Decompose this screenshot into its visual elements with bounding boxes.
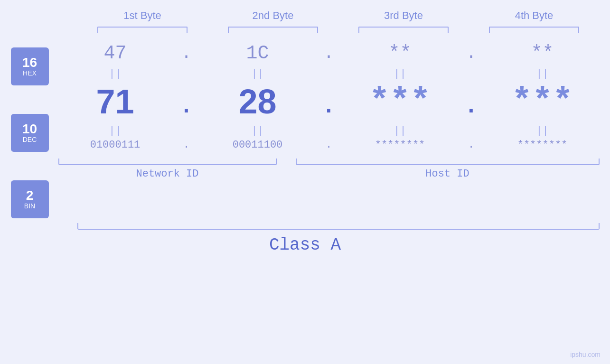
content-area: 16 HEX 10 DEC 2 BIN 47 . 1C — [11, 43, 600, 218]
hex-byte4: ** — [490, 43, 595, 64]
bottom-brackets-row — [58, 159, 600, 165]
hex-dot3: . — [462, 44, 481, 63]
bin-byte2: 00011100 — [206, 139, 310, 151]
host-id-label: Host ID — [296, 168, 600, 180]
bin-row: 01000111 . 00011100 . ******** . *******… — [58, 139, 600, 151]
byte3-header: 3rd Byte — [351, 9, 456, 22]
network-bracket — [58, 159, 277, 165]
equals-row-2: || || || || — [58, 125, 600, 137]
dec-dot3: . — [462, 93, 481, 119]
dec-byte4: *** — [490, 82, 595, 121]
eq2-b2: || — [206, 125, 310, 137]
dec-dot2: . — [319, 93, 338, 119]
hex-badge-label: HEX — [23, 69, 37, 77]
class-label: Class A — [269, 235, 341, 255]
hex-byte2: 1C — [206, 43, 310, 64]
host-bracket — [296, 159, 600, 165]
bin-badge-num: 2 — [26, 189, 34, 202]
bracket-byte1 — [97, 27, 188, 33]
bin-badge: 2 BIN — [11, 180, 49, 218]
eq2-b3: || — [348, 125, 452, 137]
bracket-byte4 — [489, 27, 579, 33]
eq1-b1: || — [63, 68, 168, 80]
id-labels-row: Network ID Host ID — [58, 168, 600, 180]
values-area: 47 . 1C . ** . ** || || — [58, 43, 600, 180]
dec-row: 71 . 28 . *** . *** — [58, 82, 600, 121]
hex-badge-num: 16 — [22, 56, 37, 69]
dec-byte2: 28 — [206, 82, 310, 121]
main-container: 1st Byte 2nd Byte 3rd Byte 4th Byte 16 H… — [0, 0, 610, 364]
network-id-label: Network ID — [58, 168, 277, 180]
byte-headers: 1st Byte 2nd Byte 3rd Byte 4th Byte — [77, 9, 600, 22]
dec-badge-label: DEC — [23, 136, 37, 143]
eq1-b4: || — [490, 68, 595, 80]
top-brackets — [77, 27, 600, 33]
byte2-header: 2nd Byte — [221, 9, 325, 22]
eq2-b4: || — [490, 125, 595, 137]
hex-dot2: . — [319, 44, 338, 63]
dec-badge-num: 10 — [22, 122, 37, 136]
bin-byte4: ******** — [490, 139, 595, 151]
dec-badge: 10 DEC — [11, 114, 49, 152]
byte1-header: 1st Byte — [90, 9, 195, 22]
hex-badge: 16 HEX — [11, 47, 49, 85]
byte4-header: 4th Byte — [482, 9, 586, 22]
bin-dot2: . — [319, 139, 338, 151]
bin-byte3: ******** — [348, 139, 452, 151]
full-bracket — [77, 223, 600, 230]
dec-dot1: . — [177, 93, 196, 119]
bin-dot1: . — [177, 139, 196, 151]
eq1-b2: || — [206, 68, 310, 80]
hex-dot1: . — [177, 44, 196, 63]
dec-byte3: *** — [348, 82, 452, 121]
hex-byte3: ** — [348, 43, 452, 64]
watermark: ipshu.com — [570, 351, 601, 358]
bin-badge-label: BIN — [24, 202, 35, 210]
dec-byte1: 71 — [63, 82, 168, 121]
equals-row-1: || || || || — [58, 68, 600, 80]
hex-byte1: 47 — [63, 43, 168, 64]
hex-row: 47 . 1C . ** . ** — [58, 43, 600, 64]
bracket-byte2 — [228, 27, 318, 33]
bracket-byte3 — [358, 27, 449, 33]
badges-column: 16 HEX 10 DEC 2 BIN — [11, 47, 49, 218]
eq2-b1: || — [63, 125, 168, 137]
bin-dot3: . — [462, 139, 481, 151]
eq1-b3: || — [348, 68, 452, 80]
bin-byte1: 01000111 — [63, 139, 168, 151]
